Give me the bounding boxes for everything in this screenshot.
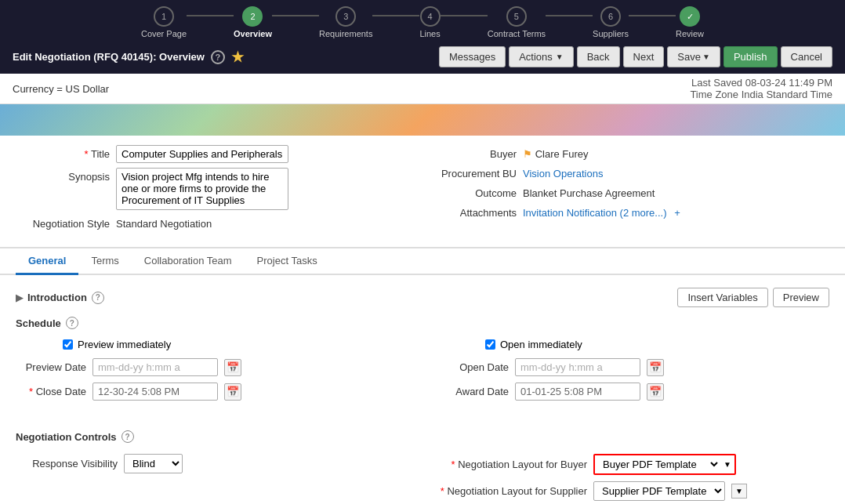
next-button[interactable]: Next [623,46,665,67]
tab-collaboration-team[interactable]: Collaboration Team [132,248,245,275]
close-date-label: * Close Date [16,386,86,397]
controls-title-text: Negotiation Controls [16,431,117,443]
step-1-circle: 1 [154,6,174,27]
step-3[interactable]: 3 Requirements [319,6,372,38]
controls-left-col: Response Visibility Blind Open Sealed [16,454,415,504]
step-3-label: Requirements [319,29,372,38]
neg-style-label: Negotiation Style [16,215,110,230]
preview-immediately-checkbox[interactable] [63,339,73,350]
time-zone: Time Zone India Standard Time [690,89,832,100]
tab-project-tasks[interactable]: Project Tasks [245,248,330,275]
preview-date-row: Preview Date 📅 [16,358,407,376]
step-connector-2 [272,15,319,16]
preview-date-label: Preview Date [16,361,86,373]
buyer-value: ⚑ Clare Furey [523,145,589,160]
star-icon[interactable]: ★ [231,49,244,66]
attachments-label: Attachments [430,204,517,219]
help-icon[interactable]: ? [211,50,225,64]
title-input[interactable] [116,145,288,163]
banner-image [0,104,845,136]
response-visibility-label: Response Visibility [16,458,118,470]
actions-label: Actions [519,51,553,63]
actions-button[interactable]: Actions ▼ [509,46,574,67]
open-date-input[interactable] [515,358,640,376]
schedule-left-col: Preview immediately Preview Date 📅 * Clo… [16,339,407,407]
step-1[interactable]: 1 Cover Page [141,6,187,38]
proc-bu-link[interactable]: Vision Operations [523,165,603,179]
outcome-row: Outcome Blanket Purchase Agreement [430,184,829,199]
supplier-layout-row: * Negotiation Layout for Supplier Suppli… [430,481,829,501]
preview-immediately-row: Preview immediately [63,339,407,350]
attachments-link[interactable]: Invitation Notification (2 more...) [523,207,667,219]
open-date-label: Open Date [438,361,509,373]
synopsis-textarea[interactable] [116,168,288,210]
tab-terms[interactable]: Terms [78,248,131,275]
step-2[interactable]: 2 Overview [234,6,272,38]
buyer-flag: ⚑ [523,148,532,160]
introduction-collapse-icon[interactable]: ▶ [16,292,23,303]
close-date-calendar-icon[interactable]: 📅 [224,383,241,401]
step-connector-1 [187,15,234,16]
close-date-input[interactable] [92,383,218,401]
negotiation-controls-section: Negotiation Controls ? Response Visibili… [16,430,829,504]
step-5[interactable]: 5 Contract Terms [488,6,546,38]
close-date-required: * [29,386,36,397]
buyer-layout-required: * [452,459,459,470]
form-area: * Title Synopsis Negotiation Style Stand… [0,136,845,248]
supplier-layout-select[interactable]: Supplier PDF Template Standard Template [593,481,725,501]
supplier-layout-dropdown-arrow: ▼ [731,484,747,499]
insert-variables-button[interactable]: Insert Variables [677,288,767,307]
preview-date-calendar-icon[interactable]: 📅 [224,359,241,376]
step-review-circle: ✓ [680,6,700,27]
schedule-title-text: Schedule [16,317,61,329]
introduction-buttons: Insert Variables Preview [677,288,829,307]
preview-immediately-label: Preview immediately [78,339,171,350]
steps-bar: 1 Cover Page 2 Overview 3 Requirements 4… [0,0,845,42]
title-row: * Title [16,145,415,163]
step-3-circle: 3 [335,6,356,27]
title-actions-bar: Edit Negotiation (RFQ 40145): Overview ?… [0,42,845,74]
step-review-label: Review [676,29,704,38]
schedule-grid: Preview immediately Preview Date 📅 * Clo… [16,339,829,407]
step-review[interactable]: ✓ Review [676,6,704,38]
tab-general[interactable]: General [16,248,78,275]
step-2-circle: 2 [242,6,263,27]
cancel-button[interactable]: Cancel [781,46,832,67]
award-date-calendar-icon[interactable]: 📅 [647,383,664,401]
preview-button[interactable]: Preview [773,288,829,307]
proc-bu-label: Procurement BU [430,165,517,179]
title-required-star: * [84,148,90,160]
award-date-input[interactable] [515,383,640,401]
step-6[interactable]: 6 Suppliers [593,6,629,38]
open-date-calendar-icon[interactable]: 📅 [647,359,664,376]
step-connector-4 [441,15,488,16]
publish-button[interactable]: Publish [724,46,778,67]
last-saved: Last Saved 08-03-24 11:49 PM Time Zone I… [690,77,832,100]
save-button[interactable]: Save ▼ [667,46,720,67]
schedule-help-icon[interactable]: ? [66,317,78,329]
step-connector-3 [372,15,419,16]
step-4[interactable]: 4 Lines [419,6,440,38]
open-immediately-checkbox[interactable] [485,339,495,350]
open-date-row: Open Date 📅 [438,358,829,376]
neg-style-value: Standard Negotiation [116,215,212,230]
buyer-name: Clare Furey [535,148,589,160]
buyer-layout-select[interactable]: Buyer PDF Template Standard Template [595,455,720,473]
actions-dropdown-arrow: ▼ [556,53,564,61]
preview-date-input[interactable] [92,358,218,376]
step-5-circle: 5 [506,6,527,27]
title-label: * Title [16,145,110,160]
action-buttons: Messages Actions ▼ Back Next Save ▼ Publ… [439,46,832,67]
messages-button[interactable]: Messages [439,46,506,67]
add-attachment-icon[interactable]: + [674,207,680,219]
close-date-label-text: Close Date [36,386,86,397]
save-dropdown-arrow: ▼ [702,53,710,61]
response-visibility-select[interactable]: Blind Open Sealed [124,454,183,473]
controls-help-icon[interactable]: ? [121,430,134,443]
back-button[interactable]: Back [577,46,620,67]
award-date-row: Award Date 📅 [438,383,829,401]
buyer-layout-label: * Negotiation Layout for Buyer [430,459,587,470]
top-header: 1 Cover Page 2 Overview 3 Requirements 4… [0,0,845,74]
introduction-help-icon[interactable]: ? [92,292,104,304]
introduction-title: ▶ Introduction ? [16,292,104,304]
